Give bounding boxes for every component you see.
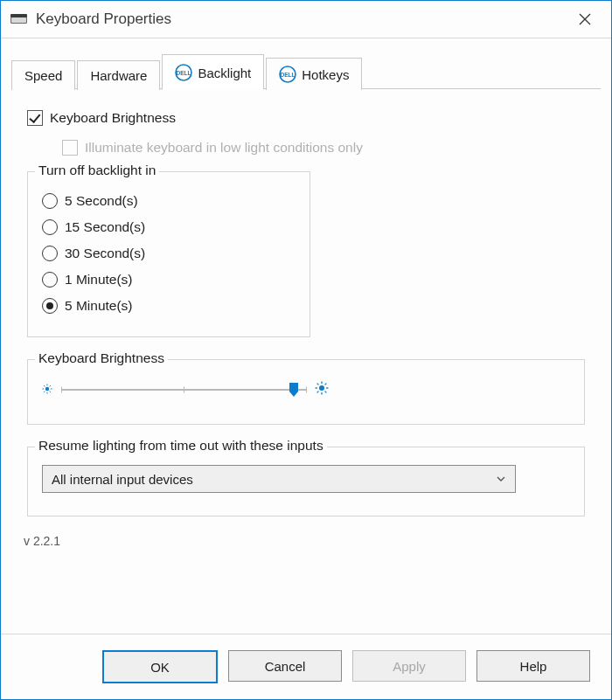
- window-title: Keyboard Properties: [36, 10, 171, 28]
- radio-icon: [42, 272, 58, 288]
- svg-line-14: [44, 385, 45, 386]
- radio-icon: [42, 193, 58, 209]
- checkbox-label: Illuminate keyboard in low light conditi…: [85, 140, 363, 156]
- svg-rect-1: [11, 17, 26, 23]
- chevron-down-icon: [496, 474, 506, 484]
- button-label: OK: [150, 660, 170, 675]
- group-title: Resume lighting from time out with these…: [35, 438, 327, 454]
- svg-line-15: [50, 391, 51, 392]
- dropdown-value: All internal input devices: [52, 472, 193, 487]
- svg-point-18: [319, 385, 324, 391]
- button-label: Cancel: [265, 659, 306, 674]
- apply-button: Apply: [352, 650, 466, 682]
- brightness-slider-group: Keyboard Brightness: [27, 359, 585, 425]
- resume-input-dropdown[interactable]: All internal input devices: [42, 465, 516, 493]
- radio-label: 5 Second(s): [65, 193, 138, 209]
- tab-label: Hardware: [90, 68, 147, 83]
- tab-label: Backlight: [198, 66, 251, 80]
- slider-thumb[interactable]: [289, 382, 299, 398]
- window-keyboard-properties: Keyboard Properties Speed Hardware DELL …: [0, 0, 612, 700]
- radio-label: 30 Second(s): [65, 246, 145, 261]
- svg-text:DELL: DELL: [281, 72, 296, 78]
- turn-off-backlight-group: Turn off backlight in 5 Second(s) 15 Sec…: [27, 171, 310, 337]
- svg-point-9: [45, 386, 49, 390]
- brightness-low-icon: [42, 383, 52, 397]
- radio-5-seconds[interactable]: 5 Second(s): [42, 188, 296, 214]
- checkbox-label: Keyboard Brightness: [50, 110, 176, 126]
- resume-lighting-group: Resume lighting from time out with these…: [27, 447, 585, 516]
- radio-1-minute[interactable]: 1 Minute(s): [42, 267, 296, 293]
- brightness-high-icon: [315, 381, 329, 398]
- tab-hardware[interactable]: Hardware: [77, 60, 160, 90]
- svg-line-16: [50, 385, 51, 386]
- close-icon: [578, 12, 592, 26]
- low-light-checkbox-row: Illuminate keyboard in low light conditi…: [62, 140, 585, 156]
- checkbox-icon: [62, 140, 78, 156]
- radio-5-minutes[interactable]: 5 Minute(s): [42, 293, 296, 319]
- tab-hotkeys[interactable]: DELL Hotkeys: [266, 58, 362, 90]
- svg-line-25: [325, 384, 327, 385]
- group-title: Turn off backlight in: [35, 163, 159, 178]
- tab-backlight[interactable]: DELL Backlight: [162, 54, 264, 90]
- dell-icon: DELL: [175, 64, 192, 81]
- brightness-slider[interactable]: [61, 382, 306, 398]
- radio-icon: [42, 219, 58, 235]
- button-label: Help: [520, 659, 547, 674]
- svg-line-17: [44, 391, 45, 392]
- dialog-footer: OK Cancel Apply Help: [1, 634, 611, 699]
- radio-icon: [42, 298, 58, 314]
- checkbox-icon: [27, 110, 43, 126]
- keyboard-brightness-checkbox-row[interactable]: Keyboard Brightness: [27, 110, 585, 126]
- svg-line-24: [325, 392, 327, 393]
- button-label: Apply: [393, 659, 426, 674]
- radio-label: 5 Minute(s): [65, 298, 133, 314]
- svg-text:DELL: DELL: [177, 70, 191, 76]
- dell-icon: DELL: [279, 66, 296, 83]
- tab-label: Hotkeys: [302, 67, 349, 82]
- radio-30-seconds[interactable]: 30 Second(s): [42, 240, 296, 267]
- tab-strip: Speed Hardware DELL Backlight DELL Hotke…: [1, 38, 611, 89]
- keyboard-icon: [10, 12, 29, 26]
- radio-icon: [42, 246, 58, 261]
- radio-15-seconds[interactable]: 15 Second(s): [42, 214, 296, 240]
- title-bar: Keyboard Properties: [1, 1, 611, 38]
- svg-line-23: [317, 384, 319, 385]
- tab-label: Speed: [24, 68, 62, 83]
- tab-content-backlight: Keyboard Brightness Illuminate keyboard …: [1, 89, 611, 634]
- cancel-button[interactable]: Cancel: [228, 650, 342, 682]
- radio-label: 15 Second(s): [65, 219, 145, 235]
- version-label: v 2.2.1: [24, 534, 585, 548]
- group-title: Keyboard Brightness: [35, 350, 168, 366]
- close-button[interactable]: [567, 6, 602, 32]
- ok-button[interactable]: OK: [102, 650, 218, 683]
- svg-line-26: [317, 392, 319, 393]
- svg-rect-2: [10, 14, 27, 17]
- tab-speed[interactable]: Speed: [11, 60, 75, 90]
- help-button[interactable]: Help: [476, 650, 590, 682]
- radio-label: 1 Minute(s): [65, 272, 133, 288]
